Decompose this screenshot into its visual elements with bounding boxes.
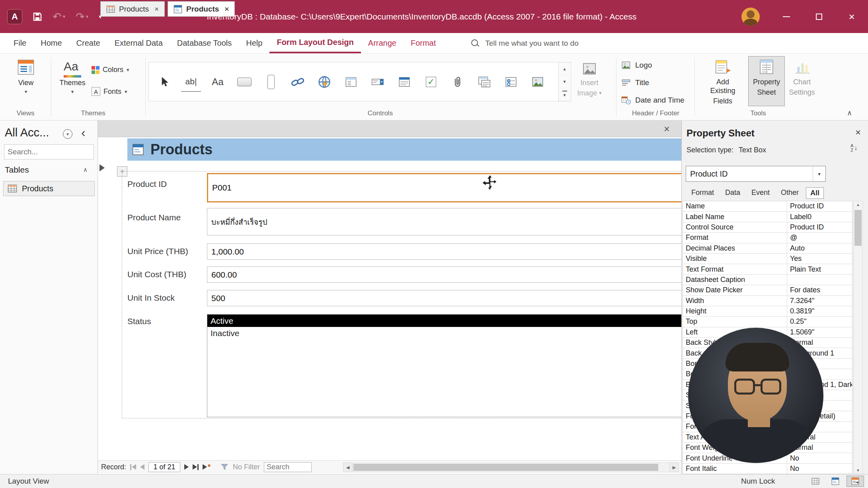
document-close-icon[interactable]: ×	[664, 123, 670, 135]
scroll-right-icon[interactable]: ▶	[669, 463, 679, 472]
scrollbar-thumb[interactable]	[854, 210, 862, 246]
view-button[interactable]: View ▾	[10, 58, 42, 95]
property-name-cell[interactable]: Show Date Picker	[683, 285, 787, 295]
filter-status-label[interactable]: No Filter	[233, 463, 260, 471]
nav-item-products[interactable]: Products	[3, 181, 95, 196]
form-view-button[interactable]	[827, 476, 844, 487]
datasheet-view-button[interactable]	[807, 476, 824, 487]
last-record-button[interactable]	[193, 464, 199, 470]
field-label-status[interactable]: Status	[127, 315, 203, 327]
property-value-cell[interactable]: 0.25"	[787, 317, 852, 327]
scroll-up-icon[interactable]: ▴	[854, 202, 862, 207]
property-value-cell[interactable]: @	[787, 233, 852, 243]
ribbon-tab-arrange[interactable]: Arrange	[361, 33, 404, 53]
nav-search-input[interactable]	[8, 148, 105, 156]
title-button[interactable]: Title	[621, 78, 649, 88]
list-box-control-icon[interactable]	[394, 72, 414, 92]
property-name-cell[interactable]: Top	[683, 317, 787, 327]
chart-settings-button[interactable]: Chart Settings	[785, 58, 819, 97]
layout-view-button[interactable]	[847, 476, 864, 487]
save-icon[interactable]	[33, 12, 42, 21]
button-control-icon[interactable]	[234, 72, 254, 92]
property-value-cell[interactable]: 0.3819"	[787, 306, 852, 316]
object-selector-combo[interactable]: Product ID ▾	[686, 166, 826, 182]
scrollbar-track[interactable]	[353, 463, 669, 472]
alphabetical-sort-icon[interactable]: AZ↓	[850, 144, 857, 152]
first-record-button[interactable]	[130, 464, 136, 470]
property-grid-scrollbar[interactable]: ▴ ▾	[853, 201, 863, 474]
text-box-control-icon[interactable]: ab|	[181, 72, 201, 92]
access-app-icon[interactable]: A	[7, 9, 22, 24]
insert-image-button[interactable]: Insert Image▾	[572, 61, 607, 97]
status-option-active[interactable]: Active	[207, 315, 683, 327]
subform-control-icon[interactable]	[474, 72, 494, 92]
field-unit-in-stock[interactable]: 500	[207, 290, 683, 306]
property-value-cell[interactable]: Product ID	[787, 201, 852, 211]
property-value-cell[interactable]: For dates	[787, 285, 852, 295]
label-control-icon[interactable]: Aa	[208, 72, 228, 92]
property-name-cell[interactable]: Width	[683, 296, 787, 306]
collapse-ribbon-icon[interactable]: ∧	[847, 109, 852, 117]
undo-icon[interactable]: ↶▾	[53, 10, 65, 23]
property-value-cell[interactable]: Label0	[787, 212, 852, 222]
ribbon-tab-file[interactable]: File	[6, 33, 33, 53]
next-record-button[interactable]	[184, 464, 189, 470]
prop-tab-other[interactable]: Other	[777, 187, 803, 199]
new-record-button[interactable]: *	[203, 463, 211, 471]
scroll-down-icon[interactable]: ▾	[854, 468, 862, 473]
hyperlink-control-icon[interactable]	[288, 72, 308, 92]
prop-tab-all[interactable]: All	[806, 187, 824, 199]
navigation-control-icon[interactable]	[341, 72, 361, 92]
field-label-product-name[interactable]: Product Name	[127, 212, 203, 224]
record-search-input[interactable]	[264, 462, 312, 472]
status-listbox[interactable]: Active Inactive	[207, 314, 683, 417]
property-value-cell[interactable]: Auto	[787, 243, 852, 253]
attachment-control-icon[interactable]	[448, 72, 468, 92]
field-label-unit-in-stock[interactable]: Unit In Stock	[127, 292, 203, 304]
form-header[interactable]: Products	[127, 138, 681, 161]
field-product-id[interactable]: P001	[207, 173, 683, 202]
maximize-button[interactable]	[803, 0, 835, 33]
field-label-product-id[interactable]: Product ID	[127, 178, 203, 190]
colors-button[interactable]: Colors ▾	[92, 66, 129, 74]
account-avatar[interactable]	[741, 8, 760, 26]
ribbon-tab-form-layout-design[interactable]: Form Layout Design	[269, 33, 361, 53]
scrollbar-thumb[interactable]	[353, 464, 658, 471]
ribbon-tab-external-data[interactable]: External Data	[107, 33, 170, 53]
ribbon-tab-help[interactable]: Help	[239, 33, 269, 53]
ribbon-tab-home[interactable]: Home	[33, 33, 69, 53]
property-value-cell[interactable]: No	[787, 453, 852, 463]
horizontal-scrollbar[interactable]: ◀ ▶	[343, 463, 679, 472]
property-name-cell[interactable]: Name	[683, 201, 787, 211]
property-value-cell[interactable]: Product ID	[787, 222, 852, 232]
nav-section-tables[interactable]: Tables ∧	[5, 165, 93, 175]
prop-tab-event[interactable]: Event	[747, 187, 774, 199]
tab-close-icon[interactable]: ×	[224, 5, 229, 14]
field-label-unit-cost[interactable]: Unit Cost (THB)	[127, 268, 203, 280]
minimize-button[interactable]	[770, 0, 803, 33]
tab-control-icon[interactable]	[261, 72, 281, 92]
property-value-cell[interactable]: Yes	[787, 254, 852, 264]
logo-button[interactable]: Logo	[621, 60, 652, 70]
redo-icon[interactable]: ↷▾	[76, 10, 88, 23]
property-value-cell[interactable]	[787, 275, 852, 285]
scroll-left-icon[interactable]: ◀	[343, 463, 353, 472]
tab-products-datasheet[interactable]: Products ×	[100, 1, 165, 17]
current-record-box[interactable]	[148, 462, 180, 472]
select-pointer-icon[interactable]	[154, 72, 174, 92]
field-unit-price[interactable]: 1,000.00	[207, 243, 683, 260]
property-value-cell[interactable]: Plain Text	[787, 264, 852, 274]
property-name-cell[interactable]: Visible	[683, 254, 787, 264]
date-and-time-button[interactable]: Date and Time	[621, 95, 685, 105]
property-name-cell[interactable]: Decimal Places	[683, 243, 787, 253]
property-value-cell[interactable]: 7.3264"	[787, 296, 852, 306]
property-name-cell[interactable]: Control Source	[683, 222, 787, 232]
gallery-scrollbar[interactable]: ▴ ▾ ▾	[558, 62, 570, 101]
web-browser-control-icon[interactable]	[314, 72, 334, 92]
previous-record-button[interactable]	[140, 464, 144, 470]
nav-pane-title[interactable]: All Acc...	[5, 126, 60, 139]
prop-tab-format[interactable]: Format	[687, 187, 718, 199]
check-box-control-icon[interactable]: ✓	[421, 72, 441, 92]
field-label-unit-price[interactable]: Unit Price (THB)	[127, 245, 203, 257]
gallery-scroll-up-icon[interactable]: ▴	[559, 62, 570, 75]
